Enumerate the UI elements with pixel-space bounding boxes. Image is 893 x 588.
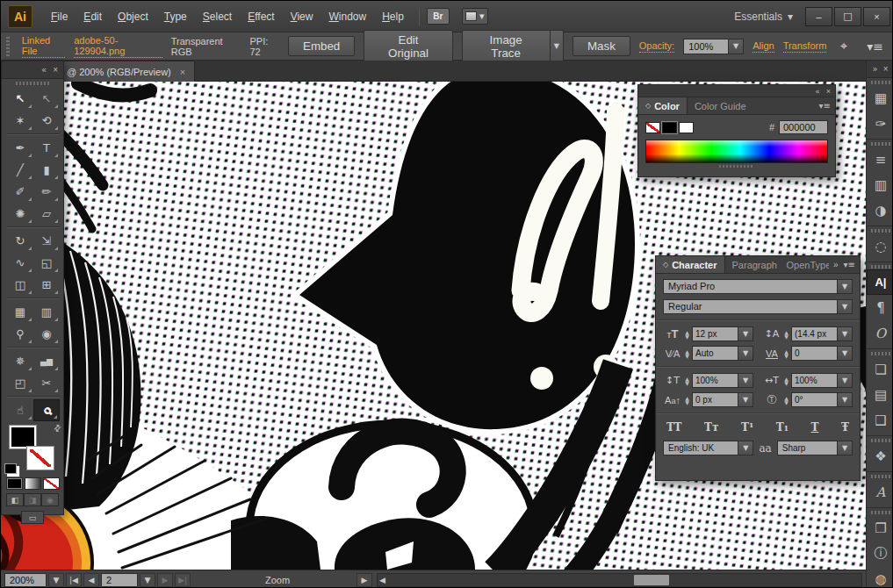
menu-help[interactable]: Help xyxy=(374,8,412,25)
stroke-swatch[interactable] xyxy=(26,446,54,470)
artboard-number-field[interactable]: 2 xyxy=(101,573,138,587)
kerning-stepper[interactable]: ▲▼ xyxy=(682,349,692,358)
zoom-tool[interactable]: ϙ xyxy=(33,399,60,421)
document-tab[interactable]: @ 200% (RGB/Preview) × xyxy=(57,61,195,82)
draw-normal-button[interactable]: ◧ xyxy=(6,493,24,506)
pen-tool[interactable]: ✒ xyxy=(7,137,33,159)
menu-view[interactable]: View xyxy=(283,8,321,25)
opentype-panel-icon[interactable]: O xyxy=(867,320,893,346)
color-spectrum-bar[interactable] xyxy=(645,140,828,163)
all-caps-toggle[interactable]: TT xyxy=(666,421,681,434)
close-button[interactable]: × xyxy=(863,7,890,26)
vertical-scale-value[interactable]: 100% xyxy=(692,373,738,388)
rectangle-tool[interactable]: ▮ xyxy=(33,159,60,181)
lasso-tool[interactable]: ⟲ xyxy=(33,110,60,132)
font-size-value[interactable]: 12 px xyxy=(692,326,738,341)
paintbrush-tool[interactable]: ✐ xyxy=(7,181,33,203)
white-swatch[interactable] xyxy=(679,122,694,133)
panel-menu-icon[interactable]: »▾≡ xyxy=(833,256,860,273)
artboard-dropdown[interactable]: ▼ xyxy=(140,573,155,587)
scale-tool[interactable]: ⇲ xyxy=(33,230,60,252)
tab-paragraph[interactable]: Paragraph xyxy=(725,256,780,273)
baseline-shift-dropdown[interactable]: ▼ xyxy=(738,392,753,407)
character-rotation-stepper[interactable]: ▲▼ xyxy=(781,396,791,405)
horizontal-scale-value[interactable]: 100% xyxy=(791,373,838,388)
menu-edit[interactable]: Edit xyxy=(76,8,110,25)
eyedropper-tool[interactable]: ⚲ xyxy=(7,323,33,345)
opacity-dropdown[interactable]: ▼ xyxy=(729,39,744,54)
tab-opentype[interactable]: OpenType xyxy=(780,256,829,273)
none-swatch[interactable] xyxy=(645,122,660,133)
close-panel-icon[interactable]: × xyxy=(53,65,58,75)
font-family-dropdown[interactable]: ▼ xyxy=(838,279,853,294)
first-artboard-button[interactable]: |◀ xyxy=(66,573,82,587)
gradient-button[interactable] xyxy=(25,477,41,490)
document-info-panel-icon[interactable]: ⓘ xyxy=(867,541,893,566)
anti-alias-dropdown[interactable]: ▼ xyxy=(838,441,853,455)
appearance-panel-icon[interactable]: A xyxy=(867,479,893,505)
magic-wand-tool[interactable]: ✶ xyxy=(7,110,33,132)
layers-panel-icon[interactable]: ❖ xyxy=(867,443,893,469)
hand-tool[interactable]: ☝ xyxy=(7,399,33,421)
eraser-tool[interactable]: ▱ xyxy=(33,203,60,225)
symbols-panel-icon[interactable]: ◌ xyxy=(867,233,893,259)
line-segment-tool[interactable]: ╱ xyxy=(7,159,33,181)
linked-file-link[interactable]: Linked File xyxy=(22,35,65,58)
leading-stepper[interactable]: ▲▼ xyxy=(781,330,791,339)
font-size-stepper[interactable]: ▲▼ xyxy=(682,330,692,339)
grip-handle[interactable] xyxy=(871,439,890,442)
next-artboard-button[interactable]: ▶ xyxy=(157,573,173,587)
opacity-link[interactable]: Opacity: xyxy=(639,40,674,53)
menu-file[interactable]: File xyxy=(43,8,76,25)
edit-original-button[interactable]: Edit Original xyxy=(364,30,452,63)
status-options-button[interactable]: ▶ xyxy=(356,573,372,587)
tab-color-guide[interactable]: Color Guide xyxy=(688,97,753,114)
baseline-shift-stepper[interactable]: ▲▼ xyxy=(682,396,692,405)
subscript-toggle[interactable]: T₁ xyxy=(776,421,789,434)
horizontal-scale-dropdown[interactable]: ▼ xyxy=(838,373,853,388)
color-button[interactable] xyxy=(6,477,23,490)
collapse-panel-icon[interactable]: « xyxy=(41,65,47,75)
paragraph-panel-icon[interactable]: ¶ xyxy=(867,295,893,320)
superscript-toggle[interactable]: T¹ xyxy=(741,421,753,434)
mesh-tool[interactable]: ▦ xyxy=(7,301,33,323)
tracking-stepper[interactable]: ▲▼ xyxy=(781,349,791,358)
direct-selection-tool[interactable]: ↖ xyxy=(33,88,60,110)
image-trace-dropdown[interactable]: ▼ xyxy=(551,30,564,63)
draw-behind-button[interactable]: ◨ xyxy=(24,493,41,506)
font-style-dropdown[interactable]: ▼ xyxy=(838,299,853,314)
strikethrough-toggle[interactable]: Ŧ xyxy=(841,421,849,434)
grip-handle[interactable] xyxy=(16,82,49,85)
gradient-panel-icon[interactable]: ▥ xyxy=(867,172,893,197)
previous-artboard-button[interactable]: ◀ xyxy=(83,573,99,587)
menu-effect[interactable]: Effect xyxy=(240,8,282,25)
expand-dock-icon[interactable]: » xyxy=(873,64,878,74)
menu-type[interactable]: Type xyxy=(156,8,195,25)
grip-handle[interactable] xyxy=(719,165,754,168)
bridge-button[interactable]: Br xyxy=(427,8,450,25)
type-tool[interactable]: T xyxy=(33,137,60,159)
isolate-selection-icon[interactable]: ⌖ xyxy=(835,39,853,54)
swap-fill-stroke-icon[interactable]: ⇄ xyxy=(51,422,63,434)
grip-handle[interactable] xyxy=(871,475,890,478)
slice-tool[interactable]: ✂ xyxy=(33,372,60,394)
align-link[interactable]: Align xyxy=(753,40,774,53)
grip-handle[interactable] xyxy=(871,229,890,233)
zoom-level-field[interactable]: 200% xyxy=(4,573,47,587)
blob-brush-tool[interactable]: ✺ xyxy=(7,203,33,225)
font-size-dropdown[interactable]: ▼ xyxy=(738,326,753,341)
grip-handle[interactable] xyxy=(871,81,890,84)
menu-select[interactable]: Select xyxy=(195,8,240,25)
minimize-button[interactable]: – xyxy=(805,7,832,26)
rotate-tool[interactable]: ↻ xyxy=(7,230,33,252)
baseline-shift-value[interactable]: 0 px xyxy=(692,392,738,407)
arrange-documents-button[interactable]: ▾ xyxy=(462,8,488,25)
tracking-dropdown[interactable]: ▼ xyxy=(838,346,853,361)
tracking-value[interactable]: 0 xyxy=(791,346,838,361)
leading-value[interactable]: (14.4 px xyxy=(791,326,838,341)
navigator-panel-icon[interactable]: ◍ xyxy=(867,566,893,588)
pencil-tool[interactable]: ✏ xyxy=(33,181,60,203)
brushes-panel-icon[interactable]: ✑ xyxy=(867,111,893,136)
shape-builder-tool[interactable]: ◫ xyxy=(7,274,33,296)
collapse-panel-icon[interactable]: « xyxy=(815,87,820,96)
